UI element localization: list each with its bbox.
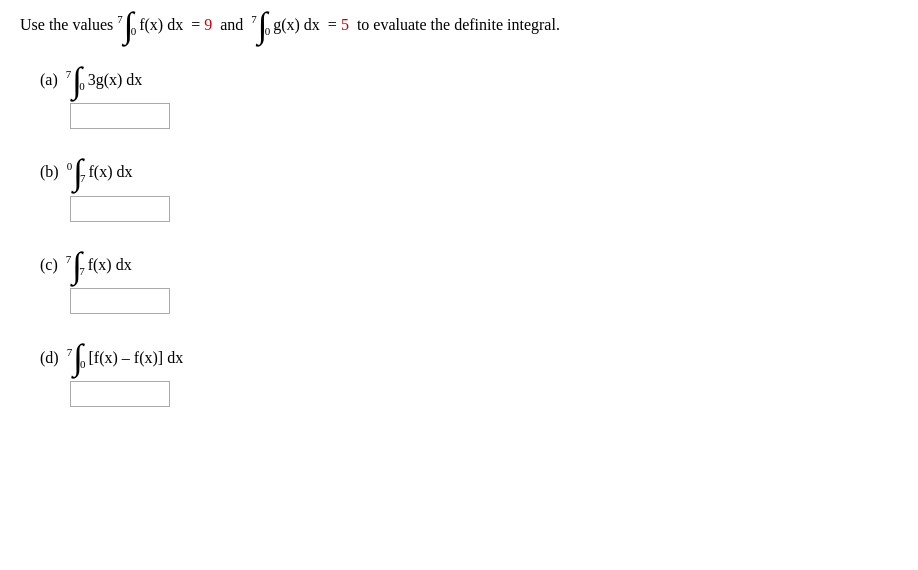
header-equals2: = 5 (324, 14, 349, 36)
part-d-header: (d) 7 ∫ 0 [f(x) – f(x)] dx (40, 342, 898, 373)
part-a-upper: 7 (66, 68, 72, 80)
part-a-label: (a) (40, 71, 58, 89)
part-d-label: (d) (40, 349, 59, 367)
header-tail: to evaluate the definite integral. (357, 14, 560, 36)
header-equals1: = 9 (187, 14, 212, 36)
header-int2-body: g(x) dx (273, 14, 320, 36)
header-connector: and (220, 14, 243, 36)
header-val2: 5 (341, 16, 349, 33)
part-a: (a) 7 ∫ 0 3g(x) dx (40, 65, 898, 130)
header-integral-1: 7 ∫ 0 f(x) dx (117, 10, 183, 41)
part-b-header: (b) 0 ∫ 7 f(x) dx (40, 157, 898, 188)
part-a-lower: 0 (79, 80, 85, 92)
part-c-upper: 7 (66, 253, 72, 265)
part-c-header: (c) 7 ∫ 7 f(x) dx (40, 250, 898, 281)
intro-text: Use the values (20, 14, 113, 36)
header-int1-lower (117, 25, 123, 37)
part-c-answer-input[interactable] (70, 288, 170, 314)
part-b: (b) 0 ∫ 7 f(x) dx (40, 157, 898, 222)
part-c-integral: 7 ∫ 7 f(x) dx (66, 250, 132, 281)
header-int2-lower-limits: 0 (265, 13, 271, 37)
part-b-label: (b) (40, 163, 59, 181)
part-d-upper: 7 (67, 346, 73, 358)
part-a-header: (a) 7 ∫ 0 3g(x) dx (40, 65, 898, 96)
header-int2-lower-val: 0 (265, 25, 271, 37)
header-int2-upper: 7 (251, 13, 257, 25)
header-int1-lower-val: 0 (131, 25, 137, 37)
part-d: (d) 7 ∫ 0 [f(x) – f(x)] dx (40, 342, 898, 407)
parts-container: (a) 7 ∫ 0 3g(x) dx (b (20, 65, 898, 407)
part-d-integrand: [f(x) – f(x)] dx (89, 349, 184, 367)
header-int1-upper: 7 (117, 13, 123, 25)
header-line: Use the values 7 ∫ 0 f(x) dx = 9 and 7 (20, 10, 898, 41)
part-c: (c) 7 ∫ 7 f(x) dx (40, 250, 898, 315)
part-b-integrand: f(x) dx (89, 163, 133, 181)
header-int1-body: f(x) dx (139, 14, 183, 36)
part-b-lower: 7 (80, 172, 86, 184)
header-integral-2: 7 ∫ 0 g(x) dx (251, 10, 320, 41)
header-val1: 9 (204, 16, 212, 33)
part-b-upper: 0 (67, 160, 73, 172)
part-c-lower: 7 (79, 265, 85, 277)
header-int2-limits: 7 (251, 13, 257, 37)
part-d-lower: 0 (80, 358, 86, 370)
part-a-answer-input[interactable] (70, 103, 170, 129)
part-d-answer-input[interactable] (70, 381, 170, 407)
part-b-answer-input[interactable] (70, 196, 170, 222)
header-int1-lower-limits: 0 (131, 13, 137, 37)
header-int2-lower (251, 25, 257, 37)
part-c-label: (c) (40, 256, 58, 274)
part-a-integral: 7 ∫ 0 3g(x) dx (66, 65, 143, 96)
page-container: Use the values 7 ∫ 0 f(x) dx = 9 and 7 (20, 10, 898, 407)
part-c-integrand: f(x) dx (88, 256, 132, 274)
header-int1-limits: 7 (117, 13, 123, 37)
part-d-integral: 7 ∫ 0 [f(x) – f(x)] dx (67, 342, 184, 373)
part-a-integrand: 3g(x) dx (88, 71, 143, 89)
part-b-integral: 0 ∫ 7 f(x) dx (67, 157, 133, 188)
